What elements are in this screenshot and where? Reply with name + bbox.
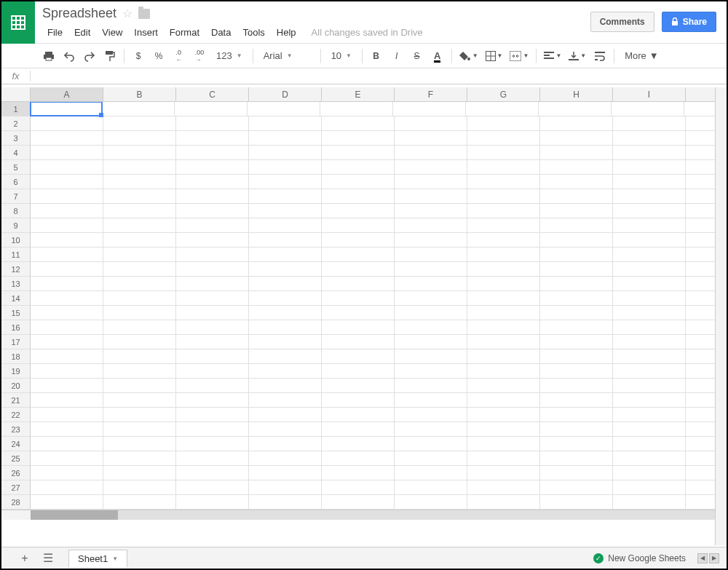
cell-I4[interactable] bbox=[613, 146, 686, 159]
cell-G5[interactable] bbox=[467, 160, 540, 174]
cell-A17[interactable] bbox=[31, 335, 103, 349]
cell-D5[interactable] bbox=[249, 160, 322, 174]
cell-C10[interactable] bbox=[176, 233, 249, 247]
cell-F9[interactable] bbox=[395, 218, 467, 232]
cell-C27[interactable] bbox=[176, 480, 249, 494]
cell-A10[interactable] bbox=[31, 233, 103, 247]
row-header-7[interactable]: 7 bbox=[1, 189, 31, 203]
cell-A7[interactable] bbox=[31, 189, 103, 203]
cell-D11[interactable] bbox=[249, 248, 322, 261]
row-header-17[interactable]: 17 bbox=[1, 335, 31, 349]
row-header-4[interactable]: 4 bbox=[1, 146, 31, 159]
cell-A15[interactable] bbox=[31, 306, 103, 320]
redo-button[interactable] bbox=[80, 47, 99, 66]
format-percent[interactable]: % bbox=[149, 47, 168, 66]
share-button[interactable]: Share bbox=[662, 12, 716, 32]
cell-G21[interactable] bbox=[467, 393, 540, 407]
cell-E7[interactable] bbox=[322, 189, 395, 203]
cell-C5[interactable] bbox=[176, 160, 249, 174]
cell-C20[interactable] bbox=[176, 379, 249, 392]
column-header-D[interactable]: D bbox=[249, 87, 322, 101]
cell-H11[interactable] bbox=[540, 248, 613, 261]
cell-H28[interactable] bbox=[540, 495, 613, 509]
cell-F4[interactable] bbox=[395, 146, 467, 159]
cell-H26[interactable] bbox=[540, 466, 613, 480]
cell-A22[interactable] bbox=[31, 408, 103, 421]
text-wrap-button[interactable] bbox=[590, 47, 609, 66]
strikethrough-button[interactable]: S bbox=[408, 47, 427, 66]
cell-I25[interactable] bbox=[613, 451, 686, 465]
cell-B26[interactable] bbox=[103, 466, 176, 480]
cell-I7[interactable] bbox=[613, 189, 686, 203]
cell-B4[interactable] bbox=[103, 146, 176, 159]
row-header-15[interactable]: 15 bbox=[1, 306, 31, 320]
cell-E15[interactable] bbox=[322, 306, 395, 320]
cell-C16[interactable] bbox=[176, 320, 249, 334]
cell-A21[interactable] bbox=[31, 393, 103, 407]
cell-H13[interactable] bbox=[540, 277, 613, 290]
cell-H20[interactable] bbox=[540, 379, 613, 392]
cell-F12[interactable] bbox=[395, 262, 467, 276]
cell-H4[interactable] bbox=[540, 146, 613, 159]
cell-D8[interactable] bbox=[249, 204, 322, 218]
row-header-12[interactable]: 12 bbox=[1, 262, 31, 276]
cell-C24[interactable] bbox=[176, 437, 249, 451]
cell-G8[interactable] bbox=[467, 204, 540, 218]
row-header-2[interactable]: 2 bbox=[1, 116, 31, 130]
row-header-20[interactable]: 20 bbox=[1, 379, 31, 392]
cell-H12[interactable] bbox=[540, 262, 613, 276]
cell-E4[interactable] bbox=[322, 146, 395, 159]
cell-A8[interactable] bbox=[31, 204, 103, 218]
italic-button[interactable]: I bbox=[387, 47, 406, 66]
cell-A2[interactable] bbox=[31, 116, 103, 130]
row-header-27[interactable]: 27 bbox=[1, 480, 31, 494]
cell-C23[interactable] bbox=[176, 422, 249, 436]
cell-D7[interactable] bbox=[249, 189, 322, 203]
vertical-align-button[interactable]: ▼ bbox=[566, 47, 589, 66]
paint-format-button[interactable] bbox=[100, 47, 119, 66]
decrease-decimal[interactable]: .0← bbox=[170, 47, 189, 66]
cell-D13[interactable] bbox=[249, 277, 322, 290]
cell-D25[interactable] bbox=[249, 451, 322, 465]
column-header-I[interactable]: I bbox=[613, 87, 686, 101]
cell-I28[interactable] bbox=[613, 495, 686, 509]
menu-file[interactable]: File bbox=[42, 25, 68, 39]
cell-C17[interactable] bbox=[176, 335, 249, 349]
cell-D2[interactable] bbox=[249, 116, 322, 130]
cell-A28[interactable] bbox=[31, 495, 103, 509]
column-header-B[interactable]: B bbox=[103, 87, 176, 101]
cell-A16[interactable] bbox=[31, 320, 103, 334]
row-header-13[interactable]: 13 bbox=[1, 277, 31, 290]
column-header-C[interactable]: C bbox=[176, 87, 249, 101]
cell-A6[interactable] bbox=[31, 175, 103, 189]
cell-F6[interactable] bbox=[395, 175, 467, 189]
cell-B24[interactable] bbox=[103, 437, 176, 451]
cell-D1[interactable] bbox=[248, 102, 320, 116]
cell-I19[interactable] bbox=[613, 364, 686, 378]
cell-B17[interactable] bbox=[103, 335, 176, 349]
cell-B1[interactable] bbox=[102, 102, 175, 116]
cell-B20[interactable] bbox=[103, 379, 176, 392]
cell-H9[interactable] bbox=[540, 218, 613, 232]
row-header-16[interactable]: 16 bbox=[1, 320, 31, 334]
cell-C21[interactable] bbox=[176, 393, 249, 407]
cell-F3[interactable] bbox=[395, 131, 467, 145]
cell-E23[interactable] bbox=[322, 422, 395, 436]
cell-D28[interactable] bbox=[249, 495, 322, 509]
column-header-F[interactable]: F bbox=[395, 87, 467, 101]
cell-A5[interactable] bbox=[31, 160, 103, 174]
cell-D6[interactable] bbox=[249, 175, 322, 189]
cell-E9[interactable] bbox=[322, 218, 395, 232]
cell-I11[interactable] bbox=[613, 248, 686, 261]
cell-A3[interactable] bbox=[31, 131, 103, 145]
cell-G26[interactable] bbox=[467, 466, 540, 480]
footer-status[interactable]: New Google Sheets bbox=[608, 553, 686, 563]
cell-D24[interactable] bbox=[249, 437, 322, 451]
cell-C25[interactable] bbox=[176, 451, 249, 465]
cell-E16[interactable] bbox=[322, 320, 395, 334]
cell-E3[interactable] bbox=[322, 131, 395, 145]
cell-F2[interactable] bbox=[395, 116, 467, 130]
cell-H5[interactable] bbox=[540, 160, 613, 174]
app-icon[interactable] bbox=[1, 1, 35, 44]
cell-B11[interactable] bbox=[103, 248, 176, 261]
